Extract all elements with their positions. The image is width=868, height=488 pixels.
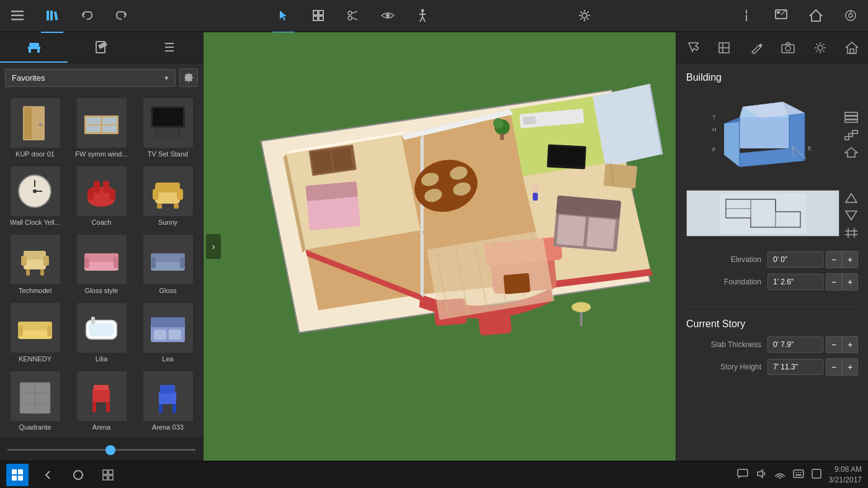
list-item[interactable]: KUP door 01 [2,94,68,161]
slab-increase-button[interactable]: + [842,336,858,353]
scissors-icon[interactable] [342,4,364,27]
list-item[interactable]: Wall Clock Yell... [2,163,68,230]
list-item[interactable]: Arena 033 [135,368,200,435]
select-right-icon[interactable] [681,37,704,59]
export-icon[interactable] [770,4,792,27]
story-height-btn-group: − + [826,358,858,376]
svg-rect-165 [557,215,586,246]
furniture-tab[interactable] [0,32,68,63]
svg-rect-76 [174,204,179,209]
svg-point-171 [532,185,539,192]
item-label: Lilia [96,355,108,363]
foundation-decrease-button[interactable]: − [826,273,842,291]
list-item[interactable]: FW symm wind... [69,94,134,161]
list-item[interactable]: KENNEDY [2,299,68,366]
svg-point-15 [386,14,390,17]
keyboard-icon[interactable] [793,469,804,480]
redo-icon[interactable] [110,4,133,27]
pencil-right-icon[interactable] [745,37,767,59]
slab-decrease-button[interactable]: − [826,336,842,353]
item-thumbnail [11,166,60,216]
info-icon[interactable] [735,4,758,27]
floors-icon[interactable] [844,112,858,125]
list-tab[interactable] [135,32,203,63]
svg-rect-81 [26,269,30,276]
svg-rect-4 [50,11,53,20]
list-item[interactable]: Gloss [135,231,200,298]
list-item[interactable]: Quadrante [2,368,68,435]
share-icon[interactable] [839,4,862,27]
svg-marker-247 [758,470,763,477]
foundation-input[interactable] [767,274,823,290]
list-item[interactable]: Sunny [135,163,200,230]
home-top-icon[interactable] [805,4,827,27]
home-right-icon[interactable] [841,37,863,59]
menu-icon[interactable] [6,4,29,27]
svg-rect-107 [94,385,109,390]
foundation-increase-button[interactable]: + [842,273,858,291]
story-increase-button[interactable]: + [842,358,858,376]
chat-icon[interactable] [737,469,748,481]
elevation-increase-button[interactable]: + [842,251,858,268]
svg-rect-58 [154,129,182,139]
item-thumbnail [77,98,127,148]
library-icon[interactable] [41,4,63,27]
canvas-expand-arrow[interactable]: › [206,234,221,259]
svg-rect-40 [29,43,39,47]
list-item[interactable]: Lea [135,299,200,366]
favorites-dropdown[interactable]: Favorites ▾ [5,69,176,87]
favorites-label: Favorites [12,73,45,83]
undo-icon[interactable] [76,4,98,27]
sun-icon[interactable] [573,4,596,27]
sun-right-icon[interactable] [809,37,831,59]
chevron-down-icon: ▾ [164,73,169,83]
roof-icon[interactable] [844,147,858,160]
svg-point-248 [779,477,781,479]
divider [686,307,858,307]
list-item[interactable]: Lilia [69,299,134,366]
stairs-icon[interactable] [844,129,858,143]
camera-right-icon[interactable] [777,37,799,59]
story-height-input[interactable] [767,359,823,375]
slab-thickness-input[interactable] [767,337,823,353]
zoom-up-icon[interactable] [844,192,858,206]
zoom-down-icon[interactable] [844,210,858,224]
date: 3/21/2017 [829,475,862,486]
svg-point-240 [74,471,83,479]
story-decrease-button[interactable]: − [826,358,842,376]
windows-switch-button[interactable] [98,465,118,485]
svg-marker-230 [846,194,857,202]
eye-icon[interactable] [377,4,399,27]
edit-tab[interactable] [68,32,135,63]
wall-right-icon[interactable] [713,37,735,59]
bottom-taskbar: 9:08 AM 3/21/2017 [0,461,868,488]
list-item[interactable]: Techmodel [2,231,68,298]
list-item[interactable]: TV Set Stand [135,94,200,161]
back-button[interactable] [38,465,58,485]
item-label: Arena 033 [152,423,184,431]
svg-rect-69 [87,189,94,200]
favorites-bar: Favorites ▾ [0,63,203,92]
grid-right-icon[interactable] [844,227,858,241]
item-label: Gloss [159,287,176,294]
zoom-slider[interactable] [7,449,195,451]
home-taskbar-button[interactable] [68,465,88,485]
select-tool-icon[interactable] [272,4,295,27]
volume-icon[interactable] [756,469,767,481]
item-label: Sunny [158,219,177,226]
windows-start-button[interactable] [6,464,29,486]
canvas-area[interactable]: › [204,32,676,461]
walk-icon[interactable] [411,4,434,27]
list-item[interactable]: Arena [69,368,134,435]
notification-icon[interactable] [812,469,821,481]
settings-gear-icon[interactable] [179,68,198,87]
network-icon[interactable] [774,469,785,481]
group-tool-icon[interactable] [307,4,329,27]
elevation-input[interactable] [767,251,823,268]
list-item[interactable]: Gloss style [69,231,134,298]
svg-rect-96 [89,323,114,337]
elevation-decrease-button[interactable]: − [826,251,842,268]
svg-rect-79 [21,256,27,266]
svg-rect-219 [845,116,857,119]
list-item[interactable]: Coach [69,163,134,230]
